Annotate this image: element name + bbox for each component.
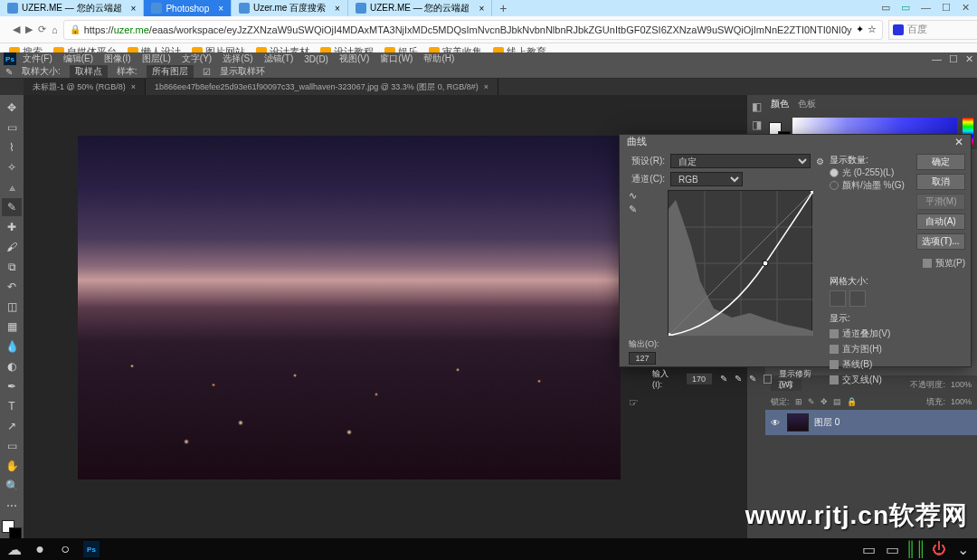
back-button[interactable]: ◀ bbox=[13, 22, 20, 38]
browser-tab[interactable]: Uzer.me 百度搜索 × bbox=[232, 0, 348, 16]
tray-icon[interactable]: ▭ bbox=[861, 542, 876, 556]
browser-tab[interactable]: Photoshop × bbox=[144, 0, 232, 16]
menu-filter[interactable]: 滤镜(T) bbox=[260, 52, 299, 65]
brush-tool[interactable]: 🖌 bbox=[2, 238, 22, 256]
ps-maximize[interactable]: ☐ bbox=[949, 53, 958, 65]
browser-maximize[interactable]: ☐ bbox=[942, 2, 951, 14]
auto-button[interactable]: 自动(A) bbox=[916, 214, 965, 230]
menu-edit[interactable]: 编辑(E) bbox=[59, 52, 98, 65]
zoom-tool[interactable]: 🔍 bbox=[2, 477, 22, 495]
type-tool[interactable]: T bbox=[2, 397, 22, 415]
visibility-icon[interactable]: 👁 bbox=[771, 418, 782, 428]
panel-icon[interactable]: ◨ bbox=[749, 119, 764, 131]
option-value[interactable]: 取样点 bbox=[70, 65, 108, 78]
channel-select[interactable]: RGB bbox=[670, 172, 743, 186]
cloud-icon[interactable]: ☁ bbox=[7, 542, 22, 556]
eyedropper-black-icon[interactable]: ✎ bbox=[720, 374, 727, 384]
forward-button[interactable]: ▶ bbox=[25, 22, 33, 38]
circle-icon[interactable]: ○ bbox=[58, 542, 72, 556]
tray-icon[interactable]: ║║ bbox=[908, 542, 923, 556]
browser-tab[interactable]: UZER.ME — 您的云端超 × bbox=[348, 0, 492, 16]
circle-icon[interactable]: ● bbox=[33, 542, 47, 556]
curve-line[interactable] bbox=[669, 191, 813, 336]
browser-ext-icon[interactable]: ▭ bbox=[881, 2, 890, 14]
edit-toolbar[interactable]: ⋯ bbox=[2, 497, 22, 515]
options-button[interactable]: 选项(T)... bbox=[916, 233, 965, 250]
grid-large-button[interactable] bbox=[849, 290, 866, 307]
path-tool[interactable]: ↗ bbox=[2, 417, 22, 435]
layer-thumbnail[interactable] bbox=[787, 413, 809, 432]
menu-select[interactable]: 选择(S) bbox=[218, 52, 257, 65]
layer-name[interactable]: 图层 0 bbox=[814, 416, 839, 429]
tray-icon[interactable]: ▭ bbox=[885, 542, 899, 556]
cancel-button[interactable]: 取消 bbox=[916, 174, 965, 190]
browser-close[interactable]: ✕ bbox=[962, 2, 970, 14]
address-bar[interactable]: 🔒 https://uzer.me/eaas/workspace/eyJzZXN… bbox=[63, 20, 883, 40]
menu-view[interactable]: 视图(V) bbox=[335, 52, 374, 65]
dodge-tool[interactable]: ◐ bbox=[2, 357, 22, 375]
ok-button[interactable]: 确定 bbox=[916, 154, 965, 170]
histogram-checkbox[interactable] bbox=[830, 345, 839, 354]
eraser-tool[interactable]: ◫ bbox=[2, 298, 22, 316]
eyedropper-gray-icon[interactable]: ✎ bbox=[735, 374, 742, 384]
power-icon[interactable]: ⏻ bbox=[932, 542, 946, 556]
browser-minimize[interactable]: — bbox=[921, 2, 931, 14]
search-box[interactable]: 百度 bbox=[888, 20, 977, 40]
history-brush-tool[interactable]: ↶ bbox=[2, 278, 22, 296]
eyedropper-white-icon[interactable]: ✎ bbox=[749, 374, 756, 384]
menu-file[interactable]: 文件(F) bbox=[18, 52, 57, 65]
intersect-checkbox[interactable] bbox=[830, 375, 839, 384]
hand-tool[interactable]: ✋ bbox=[2, 457, 22, 475]
reload-button[interactable]: ⟳ bbox=[38, 22, 46, 38]
marquee-tool[interactable]: ▭ bbox=[2, 119, 22, 137]
star-icon[interactable]: ✦ bbox=[856, 24, 864, 35]
close-icon[interactable]: × bbox=[484, 82, 488, 91]
preset-select[interactable]: 自定 bbox=[670, 154, 811, 168]
pen-tool[interactable]: ✒ bbox=[2, 377, 22, 395]
curves-graph[interactable] bbox=[668, 190, 812, 335]
tab-close-icon[interactable]: × bbox=[335, 4, 340, 14]
curve-draw-icon[interactable]: ✎ bbox=[629, 204, 637, 215]
menu-3d[interactable]: 3D(D) bbox=[299, 54, 333, 64]
stamp-tool[interactable]: ⧉ bbox=[2, 258, 22, 276]
curve-point-icon[interactable]: ∿ bbox=[629, 190, 637, 202]
close-icon[interactable]: ✕ bbox=[954, 136, 963, 148]
tab-close-icon[interactable]: × bbox=[479, 4, 485, 14]
home-button[interactable]: ⌂ bbox=[52, 22, 58, 38]
output-input[interactable] bbox=[629, 352, 656, 365]
new-tab-button[interactable]: + bbox=[492, 1, 514, 15]
close-icon[interactable]: × bbox=[131, 82, 136, 91]
photoshop-icon[interactable]: Ps bbox=[83, 541, 100, 557]
baseline-checkbox[interactable] bbox=[830, 360, 839, 369]
bookmark-star-icon[interactable]: ☆ bbox=[868, 24, 877, 35]
tab-close-icon[interactable]: × bbox=[218, 4, 223, 14]
show-clip-checkbox[interactable] bbox=[764, 375, 773, 384]
ps-doc-tab[interactable]: 1b866ee47b8efee25d93e61f90097c33_wallhav… bbox=[146, 79, 498, 95]
ps-close[interactable]: ✕ bbox=[965, 53, 973, 65]
hand-icon[interactable]: ☞ bbox=[629, 396, 639, 409]
menu-layer[interactable]: 图层(L) bbox=[138, 52, 175, 65]
gear-icon[interactable]: ⚙ bbox=[816, 157, 824, 166]
shape-tool[interactable]: ▭ bbox=[2, 437, 22, 455]
eyedropper-tool[interactable]: ✎ bbox=[2, 198, 22, 216]
input-input[interactable] bbox=[686, 373, 713, 385]
menu-window[interactable]: 窗口(W) bbox=[375, 52, 417, 65]
gradient-tool[interactable]: ▦ bbox=[2, 318, 22, 336]
option-value[interactable]: 所有图层 bbox=[147, 65, 194, 78]
blur-tool[interactable]: 💧 bbox=[2, 337, 22, 356]
panel-icon[interactable]: ◧ bbox=[749, 100, 764, 113]
smooth-button[interactable]: 平滑(M) bbox=[916, 194, 965, 210]
preview-checkbox[interactable] bbox=[923, 259, 932, 268]
healing-tool[interactable]: ✚ bbox=[2, 218, 22, 236]
ps-doc-tab[interactable]: 未标题-1 @ 50% (RGB/8)× bbox=[24, 79, 146, 95]
magic-wand-tool[interactable]: ✧ bbox=[2, 158, 22, 176]
browser-ext-icon[interactable]: ▭ bbox=[901, 2, 910, 14]
menu-type[interactable]: 文字(Y) bbox=[177, 52, 216, 65]
light-radio[interactable] bbox=[830, 168, 839, 177]
option-checkbox[interactable]: ☑ bbox=[203, 67, 211, 77]
panel-tab-swatches[interactable]: 色板 bbox=[798, 98, 816, 110]
pigment-radio[interactable] bbox=[830, 181, 839, 190]
browser-tab[interactable]: UZER.ME — 您的云端超 × bbox=[0, 0, 144, 16]
channel-overlay-checkbox[interactable] bbox=[830, 329, 839, 338]
tab-close-icon[interactable]: × bbox=[131, 4, 137, 14]
